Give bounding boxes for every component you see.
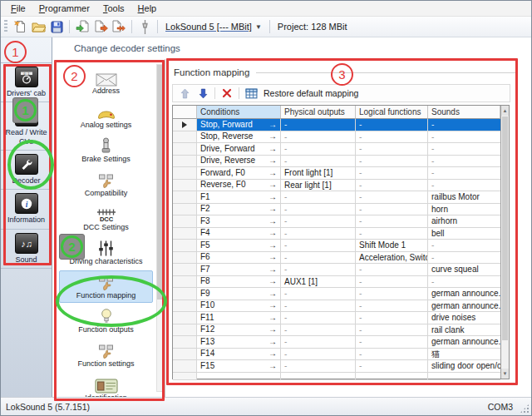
sounds-cell[interactable]: german announce... (428, 288, 500, 300)
row-header-column[interactable] (173, 106, 197, 119)
physical-outputs-cell[interactable]: - (281, 143, 356, 156)
condition-cell[interactable]: F12→ (197, 324, 281, 337)
condition-cell[interactable]: Forward, F0→ (197, 167, 281, 180)
sounds-cell[interactable]: german announce... (428, 336, 500, 349)
condition-cell[interactable]: F14→ (197, 349, 281, 361)
table-row[interactable]: F11→--drive noises (173, 312, 500, 324)
table-row[interactable]: F8→AUX1 [1]-- (173, 276, 500, 289)
column-header-logical-functions[interactable]: Logical functions (356, 106, 428, 119)
condition-cell[interactable]: Stop, Forward→ (197, 119, 281, 131)
column-header-conditions[interactable]: Conditions (197, 106, 281, 119)
logical-functions-cell[interactable]: - (356, 360, 428, 373)
logical-functions-cell[interactable]: - (356, 276, 428, 289)
logical-functions-cell[interactable]: - (356, 300, 428, 313)
physical-outputs-cell[interactable]: - (281, 360, 356, 373)
table-row[interactable]: F10→--german announce... (173, 300, 500, 313)
physical-outputs-cell[interactable]: Front light [1] (281, 167, 356, 180)
table-row[interactable]: F6→-Acceleration, Switc...- (173, 252, 500, 265)
physical-outputs-cell[interactable]: - (281, 349, 356, 361)
sounds-cell[interactable]: - (428, 180, 500, 192)
logical-functions-cell[interactable]: - (356, 324, 428, 337)
nav-item-function-settings[interactable]: Function settings (59, 339, 153, 371)
sounds-cell[interactable]: - (428, 276, 500, 289)
logical-functions-cell[interactable]: - (356, 119, 428, 131)
row-header-cell[interactable] (173, 191, 197, 204)
menu-help[interactable]: Help (131, 2, 164, 15)
physical-outputs-cell[interactable]: - (281, 228, 356, 240)
condition-cell[interactable]: F2→ (197, 204, 281, 216)
sounds-cell[interactable]: horn (428, 204, 500, 216)
sidebar-item-sound[interactable]: ♪♫Sound (1, 230, 52, 269)
sidebar-item-information[interactable]: iInformation (1, 190, 52, 229)
condition-cell[interactable]: F1→ (197, 191, 281, 204)
table-row[interactable]: Forward, F0→Front light [1]-- (173, 167, 500, 180)
nav-item-function-outputs[interactable]: Function outputs (59, 305, 153, 337)
table-scrollbar[interactable]: ▲ ▼ (500, 106, 509, 379)
logical-functions-cell[interactable]: Acceleration, Switc... (356, 252, 428, 265)
logical-functions-cell[interactable]: - (356, 349, 428, 361)
physical-outputs-cell[interactable]: - (281, 336, 356, 349)
sounds-cell[interactable]: german announce... (428, 300, 500, 313)
nav-item-analog-settings[interactable]: Analog settings (59, 100, 153, 132)
physical-outputs-cell[interactable]: Rear light [1] (281, 180, 356, 192)
table-row[interactable]: Stop, Reverse→--- (173, 131, 500, 144)
row-header-cell[interactable] (173, 119, 197, 131)
sounds-cell[interactable]: - (428, 119, 500, 131)
resize-grip-icon[interactable] (520, 404, 530, 414)
row-header-cell[interactable] (173, 276, 197, 289)
nav-item-compatibility[interactable]: Compatibility (59, 168, 153, 201)
physical-outputs-cell[interactable]: - (281, 288, 356, 300)
table-row[interactable]: Drive, Reverse→--- (173, 156, 500, 168)
table-row[interactable]: F13→--german announce... (173, 336, 500, 349)
sounds-cell[interactable]: sliding door open/c... (428, 360, 500, 373)
condition-cell[interactable]: Drive, Reverse→ (197, 156, 281, 168)
logical-functions-cell[interactable]: - (356, 143, 428, 156)
settings-nav-scrollbar[interactable] (156, 64, 163, 392)
sidebar-item-drivers-cab[interactable]: 0 : 1Drivers' cab (1, 62, 52, 102)
sounds-cell[interactable]: - (428, 131, 500, 144)
sounds-cell[interactable]: - (428, 252, 500, 265)
row-header-cell[interactable] (173, 288, 197, 300)
physical-outputs-cell[interactable]: AUX1 [1] (281, 276, 356, 289)
physical-outputs-cell[interactable]: - (281, 156, 356, 168)
condition-cell[interactable]: F8→ (197, 276, 281, 289)
row-header-cell[interactable] (173, 215, 197, 228)
column-header-physical-outputs[interactable]: Physical outputs (281, 106, 356, 119)
condition-cell[interactable]: F15→ (197, 360, 281, 373)
nav-item-dcc-settings[interactable]: DCCDCC Settings (59, 202, 153, 235)
logical-functions-cell[interactable]: - (356, 215, 428, 228)
menu-tools[interactable]: Tools (96, 2, 131, 15)
sounds-cell[interactable]: railbus Motor (428, 191, 500, 204)
scrollbar-thumb[interactable] (157, 65, 162, 300)
sidebar-item-decoder[interactable]: Decoder (1, 151, 52, 190)
logical-functions-cell[interactable]: - (356, 228, 428, 240)
table-row[interactable]: Reverse, F0→Rear light [1]-- (173, 180, 500, 192)
condition-cell[interactable]: Reverse, F0→ (197, 180, 281, 192)
logical-functions-cell[interactable]: - (356, 264, 428, 276)
sounds-cell[interactable]: airhorn (428, 215, 500, 228)
sounds-cell[interactable]: 猫 (428, 349, 500, 361)
sounds-cell[interactable]: - (428, 143, 500, 156)
physical-outputs-cell[interactable]: - (281, 324, 356, 337)
table-row[interactable]: F1→--railbus Motor (173, 191, 500, 204)
nav-item-driving-characteristics[interactable]: Driving characteristics (59, 236, 153, 269)
scroll-down-icon[interactable]: ▼ (501, 369, 509, 379)
condition-cell[interactable]: F7→ (197, 264, 281, 276)
table-row[interactable]: F5→-Shift Mode 1- (173, 240, 500, 252)
open-project-icon[interactable] (30, 18, 47, 35)
write-decoder-icon[interactable] (92, 18, 109, 35)
row-header-cell[interactable] (173, 131, 197, 144)
table-row[interactable]: Stop, Forward→--- (173, 119, 500, 131)
sounds-cell[interactable]: - (428, 240, 500, 252)
table-row[interactable]: Drive, Forward→--- (173, 143, 500, 156)
logical-functions-cell[interactable]: - (356, 204, 428, 216)
row-header-cell[interactable] (173, 312, 197, 324)
decoder-type-selector[interactable]: LokSound 5 [--- MBit] ▼ (162, 21, 265, 32)
row-header-cell[interactable] (173, 300, 197, 313)
table-row[interactable]: F7→--curve squeal (173, 264, 500, 276)
row-header-cell[interactable] (173, 228, 197, 240)
save-project-icon[interactable] (48, 18, 65, 35)
logical-functions-cell[interactable]: - (356, 336, 428, 349)
sounds-cell[interactable]: rail clank (428, 324, 500, 337)
physical-outputs-cell[interactable]: - (281, 131, 356, 144)
